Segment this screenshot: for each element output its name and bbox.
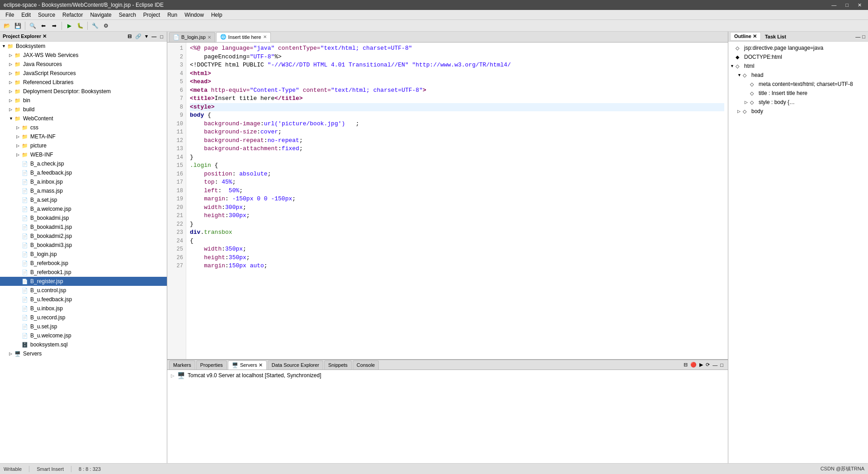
menu-item-file[interactable]: File xyxy=(2,11,18,19)
debug-button[interactable]: 🐛 xyxy=(75,21,85,31)
code-content[interactable]: <%@ page language="java" contentType="te… xyxy=(186,43,728,359)
menu-item-run[interactable]: Run xyxy=(164,11,181,19)
editor-tab[interactable]: 🌐Insert title here✕ xyxy=(216,32,271,42)
tab-datasource[interactable]: Data Source Explorer xyxy=(268,360,323,370)
tab-close-button[interactable]: ✕ xyxy=(263,34,267,39)
menu-item-refactor[interactable]: Refactor xyxy=(59,11,86,19)
outline-item[interactable]: ▷◇body xyxy=(728,107,868,116)
tree-item[interactable]: ▷📁bin xyxy=(0,96,167,105)
menu-item-help[interactable]: Help xyxy=(208,11,226,19)
link-editor-button[interactable]: 🔗 xyxy=(134,33,142,39)
run-button[interactable]: ▶ xyxy=(64,21,74,31)
tree-item[interactable]: ▷📁WEB-INF xyxy=(0,150,167,159)
tree-item[interactable]: ▷📁picture xyxy=(0,141,167,150)
tree-item[interactable]: 📄B_u.control.jsp xyxy=(0,286,167,295)
toolbar-btn-1[interactable]: 📂 xyxy=(2,21,12,31)
tree-item[interactable]: ▷📁META-INF xyxy=(0,132,167,141)
tree-item[interactable]: 📄B_a.set.jsp xyxy=(0,195,167,204)
tab-markers[interactable]: Markers xyxy=(169,360,195,370)
panel-max-button[interactable]: □ xyxy=(159,34,164,39)
toolbar-btn-7[interactable]: ⚙ xyxy=(101,21,111,31)
toolbar-btn-6[interactable]: 🔧 xyxy=(90,21,100,31)
tree-item[interactable]: ▷📁Referenced Libraries xyxy=(0,78,167,87)
tab-snippets[interactable]: Snippets xyxy=(324,360,352,370)
tree-item[interactable]: 📄B_referbook.jsp xyxy=(0,259,167,268)
outline-item[interactable]: ▼◇html xyxy=(728,62,868,71)
tree-item[interactable]: 📄B_bookadmi.jsp xyxy=(0,213,167,223)
tree-item[interactable]: ▷📁JavaScript Resources xyxy=(0,69,167,78)
tree-item[interactable]: 📄B_register.jsp xyxy=(0,277,167,286)
maximize-button[interactable]: □ xyxy=(843,2,851,8)
task-list-tab[interactable]: Task List xyxy=(761,33,790,41)
editor-tab[interactable]: 📄B_login.jsp✕ xyxy=(169,32,215,42)
outline-item[interactable]: ◇meta content=text/html; charset=UTF-8 xyxy=(728,80,868,89)
tree-item[interactable]: ▷📁css xyxy=(0,123,167,132)
tree-item[interactable]: 📄B_a.welcome.jsp xyxy=(0,204,167,213)
outline-item[interactable]: ◇title : Insert title here xyxy=(728,89,868,98)
tree-item[interactable]: ▷📁Deployment Descriptor: Booksystem xyxy=(0,87,167,96)
menu-item-project[interactable]: Project xyxy=(140,11,164,19)
tree-item[interactable]: ▷🖥️Servers xyxy=(0,349,167,358)
outline-max-button[interactable]: □ xyxy=(861,34,866,39)
tree-item[interactable]: 📄B_bookadmi1.jsp xyxy=(0,223,167,232)
tree-item[interactable]: ▷📁JAX-WS Web Services xyxy=(0,51,167,60)
outline-item[interactable]: ◆DOCTYPE:html xyxy=(728,52,868,62)
toolbar-btn-2[interactable]: 💾 xyxy=(13,21,23,31)
tree-item[interactable]: ▼📁WebContent xyxy=(0,114,167,123)
bottom-toolbar-btn4[interactable]: ⟳ xyxy=(705,362,711,368)
menu-item-navigate[interactable]: Navigate xyxy=(86,11,115,19)
tree-item[interactable]: ▷📁build xyxy=(0,105,167,114)
bottom-toolbar-btn2[interactable]: 🔴 xyxy=(689,362,698,368)
tree-label: META-INF xyxy=(30,133,56,140)
outline-min-button[interactable]: — xyxy=(854,34,861,39)
tree-item[interactable]: 📄B_u.feedback.jsp xyxy=(0,295,167,304)
tree-item[interactable]: 📄B_u.inbox.jsp xyxy=(0,304,167,313)
tree-item[interactable]: 📄B_a.check.jsp xyxy=(0,159,167,168)
tree-item[interactable]: 🗄️booksystem.sql xyxy=(0,340,167,349)
tree-item[interactable]: 📄B_u.record.jsp xyxy=(0,313,167,322)
right-info-status: CSDN @苏镇TRNA xyxy=(821,465,864,472)
outline-item[interactable]: ◇jsp:directive.page language=java xyxy=(728,43,868,52)
outline-item[interactable]: ▼◇head xyxy=(728,71,868,80)
tree-item[interactable]: 📄B_u.welcome.jsp xyxy=(0,331,167,340)
close-button[interactable]: ✕ xyxy=(855,2,864,8)
code-line: position: absolute; xyxy=(190,170,724,179)
tree-item[interactable]: ▼📁Booksystem xyxy=(0,42,167,51)
editor-area[interactable]: 1234567891011121314151617181920212223242… xyxy=(167,43,728,359)
tree-item[interactable]: ▷📁Java Resources xyxy=(0,60,167,69)
outline-item[interactable]: ▷◇style : body {… xyxy=(728,98,868,107)
toolbar-btn-5[interactable]: ➡ xyxy=(49,21,59,31)
tree-item[interactable]: 📄B_a.feedback.jsp xyxy=(0,168,167,177)
tree-icon: 📄 xyxy=(22,279,29,284)
tree-item[interactable]: 📄B_referbook1.jsp xyxy=(0,268,167,277)
tab-console[interactable]: Console xyxy=(353,360,379,370)
tree-item[interactable]: 📄B_bookadmi3.jsp xyxy=(0,241,167,250)
bottom-toolbar-max[interactable]: □ xyxy=(719,362,724,368)
tree-label: WebContent xyxy=(23,115,53,122)
bottom-toolbar-min[interactable]: — xyxy=(712,362,718,368)
panel-min-button[interactable]: — xyxy=(151,34,157,39)
menu-item-edit[interactable]: Edit xyxy=(18,11,34,19)
tree-item[interactable]: 📄B_a.mass.jsp xyxy=(0,186,167,195)
menu-item-search[interactable]: Search xyxy=(115,11,140,19)
tab-servers[interactable]: 🖥️ Servers ✕ xyxy=(228,360,267,370)
menu-item-source[interactable]: Source xyxy=(34,11,59,19)
server-item[interactable]: ▷ 🖥️ Tomcat v9.0 Server at localhost [St… xyxy=(167,370,728,381)
toolbar-btn-3[interactable]: 🔍 xyxy=(28,21,38,31)
tree-item[interactable]: 📄B_u.set.jsp xyxy=(0,322,167,331)
panel-menu-button[interactable]: ▾ xyxy=(144,33,149,39)
tree-item[interactable]: 📄B_a.inbox.jsp xyxy=(0,177,167,186)
tab-properties[interactable]: Properties xyxy=(196,360,227,370)
outline-tab[interactable]: Outline ✕ xyxy=(730,32,761,41)
line-number: 1 xyxy=(167,44,183,53)
collapse-all-button[interactable]: ⊟ xyxy=(127,33,132,39)
bottom-toolbar-btn1[interactable]: ⊟ xyxy=(683,362,689,368)
toolbar-btn-4[interactable]: ⬅ xyxy=(38,21,48,31)
bottom-toolbar-btn3[interactable]: ▶ xyxy=(698,362,704,368)
minimize-button[interactable]: — xyxy=(829,2,839,8)
tree-item[interactable]: 📄B_bookadmi2.jsp xyxy=(0,232,167,241)
tab-close-button[interactable]: ✕ xyxy=(208,35,211,40)
tree-item[interactable]: 📄B_login.jsp xyxy=(0,250,167,259)
tree-icon: 📄 xyxy=(22,233,29,239)
menu-item-window[interactable]: Window xyxy=(181,11,208,19)
